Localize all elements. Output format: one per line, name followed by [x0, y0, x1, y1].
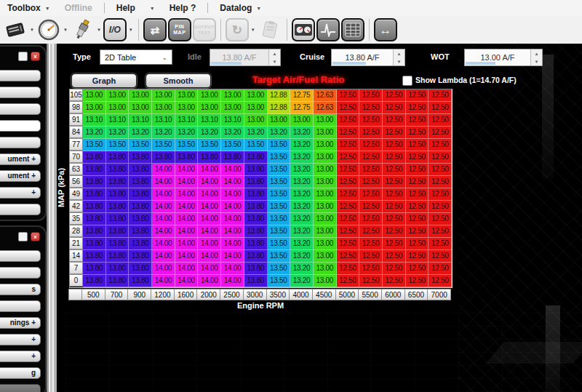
afr-cell[interactable]: 13.80 — [106, 225, 129, 238]
afr-cell[interactable]: 12.50 — [359, 114, 383, 127]
afr-cell[interactable]: 13.80 — [83, 176, 106, 188]
map-row-header[interactable]: 105 — [69, 89, 83, 101]
rpm-col-header[interactable]: 3500 — [266, 289, 290, 300]
afr-cell[interactable]: 13.80 — [129, 238, 152, 250]
afr-cell[interactable]: 14.00 — [175, 176, 199, 188]
afr-cell[interactable]: 13.80 — [129, 188, 152, 201]
afr-cell[interactable]: 12.50 — [337, 275, 360, 287]
afr-cell[interactable]: 13.00 — [244, 102, 268, 114]
afr-cell[interactable]: 13.80 — [244, 213, 268, 225]
spinner-down-icon[interactable]: ▼ — [531, 57, 542, 65]
afr-cell[interactable]: 12.50 — [383, 250, 406, 263]
afr-cell[interactable]: 12.50 — [383, 114, 406, 127]
afr-cell[interactable]: 14.00 — [175, 164, 199, 176]
afr-cell[interactable]: 13.00 — [129, 102, 152, 114]
afr-cell[interactable]: 12.50 — [428, 250, 452, 263]
afr-cell[interactable]: 12.50 — [428, 127, 452, 139]
afr-cell[interactable]: 12.50 — [406, 225, 429, 238]
afr-cell[interactable]: 13.50 — [268, 164, 291, 176]
sidebar-item[interactable] — [0, 384, 41, 392]
afr-cell[interactable]: 13.80 — [129, 176, 152, 188]
afr-cell[interactable]: 12.50 — [337, 250, 360, 263]
afr-cell[interactable]: 13.10 — [221, 114, 244, 127]
afr-cell[interactable]: 13.80 — [83, 225, 106, 238]
graph-button[interactable]: Graph — [71, 73, 137, 88]
afr-cell[interactable]: 13.00 — [314, 213, 337, 225]
map-row-header[interactable]: 21 — [69, 237, 83, 249]
afr-cell[interactable]: 13.00 — [83, 89, 106, 102]
afr-cell[interactable]: 14.00 — [198, 250, 221, 263]
afr-cell[interactable]: 13.80 — [83, 238, 106, 250]
afr-cell[interactable]: 13.00 — [175, 89, 199, 102]
afr-cell[interactable]: 13.80 — [244, 201, 268, 213]
afr-cell[interactable]: 13.00 — [244, 89, 268, 102]
afr-cell[interactable]: 14.00 — [175, 213, 199, 225]
afr-cell[interactable]: 13.50 — [198, 139, 221, 151]
afr-cell[interactable]: 13.50 — [268, 188, 291, 201]
afr-cell[interactable]: 12.50 — [337, 127, 360, 139]
afr-cell[interactable]: 13.00 — [268, 114, 291, 127]
afr-cell[interactable]: 13.20 — [290, 275, 314, 287]
afr-cell[interactable]: 13.10 — [106, 114, 129, 127]
afr-cell[interactable]: 13.20 — [129, 127, 152, 139]
afr-cell[interactable]: 12.50 — [406, 151, 429, 164]
afr-cell[interactable]: 13.80 — [221, 151, 244, 164]
afr-cell[interactable]: 13.50 — [152, 139, 175, 151]
rpm-col-header[interactable]: 500 — [81, 289, 105, 300]
afr-cell[interactable]: 12.50 — [383, 188, 406, 201]
afr-cell[interactable]: 14.00 — [152, 275, 175, 287]
afr-cell[interactable]: 12.50 — [337, 151, 360, 164]
afr-cell[interactable]: 12.50 — [406, 102, 429, 114]
afr-cell[interactable]: 12.50 — [359, 89, 383, 102]
controller-icon[interactable] — [3, 18, 28, 41]
afr-cell[interactable]: 14.00 — [175, 225, 199, 238]
menu-help-question[interactable]: Help ? — [162, 0, 204, 16]
afr-cell[interactable]: 14.00 — [152, 164, 175, 176]
afr-cell[interactable]: 13.80 — [106, 238, 129, 250]
map-row-header[interactable]: 91 — [69, 113, 83, 126]
afr-cell[interactable]: 13.80 — [83, 188, 106, 201]
afr-cell[interactable]: 12.50 — [406, 250, 429, 263]
swap-arrows-button[interactable]: ⇄ — [143, 18, 167, 41]
afr-cell[interactable]: 13.80 — [129, 164, 152, 176]
afr-cell[interactable]: 13.80 — [244, 164, 268, 176]
afr-cell[interactable]: 13.20 — [290, 213, 314, 225]
afr-cell[interactable]: 13.00 — [314, 114, 337, 127]
show-lambda-checkbox[interactable] — [402, 76, 412, 86]
afr-cell[interactable]: 12.50 — [406, 188, 429, 201]
afr-cell[interactable]: 12.50 — [383, 139, 406, 151]
chevron-down-icon[interactable]: ▼ — [97, 28, 101, 32]
rpm-col-header[interactable]: 2500 — [220, 289, 244, 300]
map-row-header[interactable]: 28 — [69, 225, 83, 237]
afr-cell[interactable]: 13.80 — [83, 151, 106, 164]
afr-cell[interactable]: 13.50 — [268, 151, 291, 164]
map-row-header[interactable]: 0 — [69, 274, 83, 287]
close-icon[interactable]: x — [31, 232, 40, 241]
afr-cell[interactable]: 12.50 — [359, 275, 383, 287]
afr-cell[interactable]: 13.80 — [106, 250, 129, 263]
sidebar-item[interactable]: ument + — [0, 170, 41, 182]
sidebar-item[interactable]: ument + — [0, 153, 41, 165]
sidebar-item[interactable] — [0, 120, 41, 132]
afr-cell[interactable]: 12.88 — [268, 102, 291, 114]
map-row-header[interactable]: 98 — [69, 101, 83, 113]
afr-cell[interactable]: 14.00 — [221, 176, 244, 188]
sidebar-item[interactable]: g — [0, 367, 41, 379]
wot-spinner[interactable]: 13.00 A/F ▲ ▼ — [464, 49, 543, 66]
map-row-header[interactable]: 63 — [69, 163, 83, 175]
afr-cell[interactable]: 12.50 — [406, 263, 429, 275]
afr-cell[interactable]: 12.50 — [383, 238, 406, 250]
sidebar-item[interactable] — [0, 137, 41, 148]
afr-cell[interactable]: 13.80 — [129, 201, 152, 213]
afr-cell[interactable]: 13.00 — [314, 164, 337, 176]
rpm-col-header[interactable]: 2000 — [196, 289, 220, 300]
afr-cell[interactable]: 13.80 — [106, 176, 129, 188]
afr-cell[interactable]: 12.50 — [383, 176, 406, 188]
afr-cell[interactable]: 12.88 — [268, 89, 291, 102]
afr-cell[interactable]: 12.50 — [428, 176, 452, 188]
afr-cell[interactable]: 14.00 — [198, 201, 221, 213]
afr-cell[interactable]: 13.80 — [106, 201, 129, 213]
afr-cell[interactable]: 13.00 — [175, 102, 199, 114]
afr-cell[interactable]: 12.50 — [406, 127, 429, 139]
afr-cell[interactable]: 14.00 — [152, 176, 175, 188]
